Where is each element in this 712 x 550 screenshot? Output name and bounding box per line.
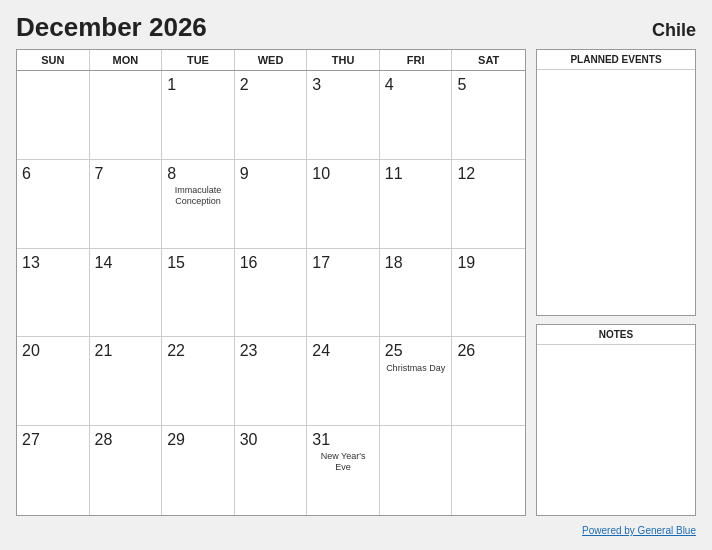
day-number: 24 — [312, 341, 330, 360]
calendar-cell: 17 — [307, 249, 380, 338]
day-number: 30 — [240, 430, 258, 449]
calendar-cell — [90, 71, 163, 160]
calendar-cell: 10 — [307, 160, 380, 249]
day-number: 5 — [457, 75, 466, 94]
planned-events-box: PLANNED EVENTS — [536, 49, 696, 316]
day-number: 4 — [385, 75, 394, 94]
day-headers: SUNMONTUEWEDTHUFRISAT — [17, 50, 525, 71]
calendar-cell: 18 — [380, 249, 453, 338]
day-number: 1 — [167, 75, 176, 94]
planned-events-title: PLANNED EVENTS — [537, 50, 695, 70]
day-number: 13 — [22, 253, 40, 272]
calendar-grid: 12345678Immaculate Conception91011121314… — [17, 71, 525, 515]
calendar-cell: 3 — [307, 71, 380, 160]
day-number: 14 — [95, 253, 113, 272]
calendar-cell: 24 — [307, 337, 380, 426]
calendar-cell — [452, 426, 525, 515]
calendar-cell: 26 — [452, 337, 525, 426]
calendar-cell: 5 — [452, 71, 525, 160]
day-number: 3 — [312, 75, 321, 94]
planned-events-content — [537, 70, 695, 315]
notes-box: NOTES — [536, 324, 696, 516]
calendar-cell: 28 — [90, 426, 163, 515]
event-label: Christmas Day — [385, 363, 447, 374]
country-label: Chile — [652, 20, 696, 41]
calendar-cell: 22 — [162, 337, 235, 426]
day-number: 15 — [167, 253, 185, 272]
calendar-cell: 1 — [162, 71, 235, 160]
page-title: December 2026 — [16, 12, 207, 43]
day-number: 11 — [385, 164, 403, 183]
day-number: 26 — [457, 341, 475, 360]
calendar-cell: 15 — [162, 249, 235, 338]
sidebar: PLANNED EVENTS NOTES — [536, 49, 696, 516]
calendar-cell: 20 — [17, 337, 90, 426]
day-header: SUN — [17, 50, 90, 70]
day-number: 12 — [457, 164, 475, 183]
day-number: 2 — [240, 75, 249, 94]
day-header: WED — [235, 50, 308, 70]
calendar-cell: 12 — [452, 160, 525, 249]
day-header: TUE — [162, 50, 235, 70]
day-number: 9 — [240, 164, 249, 183]
day-number: 6 — [22, 164, 31, 183]
day-number: 22 — [167, 341, 185, 360]
day-number: 16 — [240, 253, 258, 272]
calendar-cell: 2 — [235, 71, 308, 160]
calendar-cell: 25Christmas Day — [380, 337, 453, 426]
calendar-cell: 27 — [17, 426, 90, 515]
calendar-cell: 7 — [90, 160, 163, 249]
day-header: SAT — [452, 50, 525, 70]
page: December 2026 Chile SUNMONTUEWEDTHUFRISA… — [0, 0, 712, 550]
calendar-cell: 11 — [380, 160, 453, 249]
day-number: 23 — [240, 341, 258, 360]
day-number: 29 — [167, 430, 185, 449]
day-number: 21 — [95, 341, 113, 360]
day-number: 19 — [457, 253, 475, 272]
day-number: 18 — [385, 253, 403, 272]
notes-content — [537, 345, 695, 515]
header: December 2026 Chile — [16, 12, 696, 43]
main-content: SUNMONTUEWEDTHUFRISAT 12345678Immaculate… — [16, 49, 696, 516]
event-label: New Year's Eve — [312, 451, 374, 473]
calendar-cell: 29 — [162, 426, 235, 515]
day-header: FRI — [380, 50, 453, 70]
event-label: Immaculate Conception — [167, 185, 229, 207]
calendar-cell: 31New Year's Eve — [307, 426, 380, 515]
calendar-cell: 14 — [90, 249, 163, 338]
day-header: THU — [307, 50, 380, 70]
calendar-cell: 21 — [90, 337, 163, 426]
calendar: SUNMONTUEWEDTHUFRISAT 12345678Immaculate… — [16, 49, 526, 516]
day-header: MON — [90, 50, 163, 70]
day-number: 20 — [22, 341, 40, 360]
calendar-cell: 13 — [17, 249, 90, 338]
day-number: 10 — [312, 164, 330, 183]
calendar-cell: 6 — [17, 160, 90, 249]
day-number: 25 — [385, 341, 403, 360]
calendar-cell — [380, 426, 453, 515]
footer: Powered by General Blue — [16, 520, 696, 538]
powered-by-link[interactable]: Powered by General Blue — [582, 525, 696, 536]
day-number: 27 — [22, 430, 40, 449]
day-number: 7 — [95, 164, 104, 183]
day-number: 8 — [167, 164, 176, 183]
calendar-cell: 16 — [235, 249, 308, 338]
calendar-cell: 4 — [380, 71, 453, 160]
calendar-cell: 9 — [235, 160, 308, 249]
notes-title: NOTES — [537, 325, 695, 345]
calendar-cell: 30 — [235, 426, 308, 515]
day-number: 17 — [312, 253, 330, 272]
calendar-cell: 23 — [235, 337, 308, 426]
calendar-cell: 19 — [452, 249, 525, 338]
calendar-cell: 8Immaculate Conception — [162, 160, 235, 249]
calendar-cell — [17, 71, 90, 160]
day-number: 31 — [312, 430, 330, 449]
day-number: 28 — [95, 430, 113, 449]
